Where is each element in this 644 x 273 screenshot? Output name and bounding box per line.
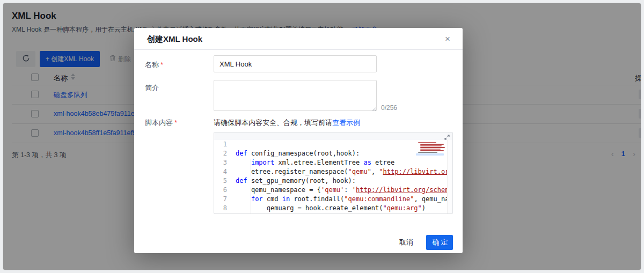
modal-footer: 取消 确定 — [395, 234, 453, 250]
line-number: 4 — [214, 167, 232, 176]
line-number: 5 — [214, 176, 232, 186]
code-line[interactable]: qemuarg = hook.create_element("qemu:arg"… — [236, 204, 447, 213]
editor-gutter: 123456789 — [214, 140, 232, 213]
code-line[interactable]: import xml.etree.ElementTree as etree — [236, 158, 447, 167]
code-line[interactable]: etree.register_namespace("qemu", "http:/… — [236, 167, 447, 176]
code-editor[interactable]: 123456789 def config_namespace(root,hook… — [214, 132, 453, 214]
code-line[interactable]: qemu_namespace = {'qemu': 'http://libvir… — [236, 186, 447, 195]
view-example-link[interactable]: 查看示例 — [332, 119, 360, 127]
minimap[interactable] — [416, 142, 446, 164]
editor-code[interactable]: def config_namespace(root,hook): import … — [236, 140, 447, 213]
app-window: XML Hook XML Hook 是一种脚本程序，用于在云主机 XML 文件中… — [3, 3, 641, 270]
script-field-label: 脚本内容* — [145, 118, 177, 128]
script-hint: 请确保脚本内容安全、合规，填写前请查看示例 — [214, 118, 360, 128]
editor-scrollbar[interactable] — [447, 140, 452, 213]
code-line[interactable]: for cmd in root.findall("qemu:commandlin… — [236, 195, 447, 204]
code-line[interactable]: hook.add_attribute(qemuarg, "value", "-f… — [236, 213, 447, 213]
modal-header: 创建XML Hook × — [134, 28, 463, 50]
line-number: 3 — [214, 158, 232, 167]
close-icon[interactable]: × — [441, 33, 454, 46]
char-counter: 0/256 — [381, 104, 397, 112]
name-field-label: 名称* — [145, 60, 163, 70]
line-number: 9 — [214, 213, 232, 213]
line-number: 6 — [214, 186, 232, 195]
line-number: 1 — [214, 140, 232, 149]
required-asterisk: * — [174, 119, 177, 127]
line-number: 8 — [214, 204, 232, 213]
intro-field-label: 简介 — [145, 83, 159, 93]
name-input[interactable] — [214, 55, 377, 72]
modal-title: 创建XML Hook — [147, 34, 202, 45]
create-xml-hook-modal: 创建XML Hook × 名称* 简介 0/256 脚本内容* 请确保脚本内容安… — [134, 28, 463, 253]
code-line[interactable]: def set_gpu_memory(root, hook): — [236, 176, 447, 186]
code-line[interactable]: def config_namespace(root,hook): — [236, 149, 447, 158]
required-asterisk: * — [160, 61, 163, 69]
confirm-button[interactable]: 确定 — [426, 235, 453, 250]
intro-textarea[interactable] — [214, 80, 377, 111]
indent-guide — [251, 159, 251, 176]
code-line[interactable] — [236, 140, 447, 149]
line-number: 7 — [214, 195, 232, 204]
line-number: 2 — [214, 149, 232, 158]
indent-guide — [251, 187, 251, 213]
cancel-button[interactable]: 取消 — [395, 234, 418, 250]
editor-toolbar — [214, 132, 452, 140]
